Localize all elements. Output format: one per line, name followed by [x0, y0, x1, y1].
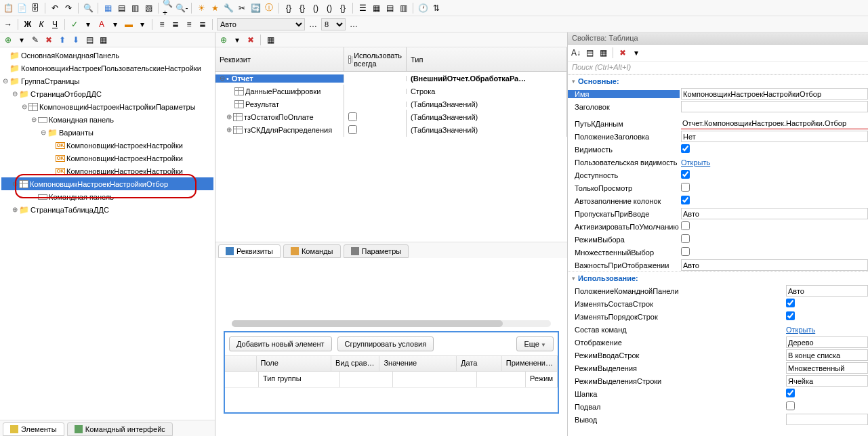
star-icon[interactable]: ★	[209, 3, 220, 14]
sun-icon[interactable]: ☀	[196, 3, 207, 14]
name-input[interactable]	[681, 88, 868, 100]
tree-item[interactable]: ⊖КомпоновщикНастроекНастройкиПараметры	[1, 100, 213, 113]
align-right-icon[interactable]: ≡	[184, 19, 194, 30]
undo-icon[interactable]: ↶	[49, 3, 60, 14]
font-select[interactable]: Авто	[217, 18, 305, 30]
output-input[interactable]	[786, 414, 868, 425]
tab-commands[interactable]: Команды	[283, 244, 341, 258]
cmdpos-input[interactable]	[786, 285, 868, 297]
req-row[interactable]: ДанныеРасшифровки Строка	[215, 85, 567, 97]
clock-icon[interactable]: 🕐	[417, 3, 428, 14]
bracket4-icon[interactable]: ()	[324, 3, 335, 14]
tree-icon[interactable]: ▤	[84, 35, 95, 45]
tab-elements[interactable]: Элементы	[3, 422, 64, 436]
layout1-icon[interactable]: ▤	[116, 3, 127, 14]
readonly-check[interactable]	[681, 183, 690, 192]
footer-check[interactable]	[786, 401, 795, 410]
rowsel-input[interactable]	[786, 375, 868, 387]
win-icon[interactable]: ▦	[102, 3, 113, 14]
header-check[interactable]	[786, 389, 795, 397]
down-icon[interactable]: ▾	[16, 35, 27, 45]
selmode-input[interactable]	[786, 362, 868, 374]
color-icon[interactable]: A	[96, 19, 107, 30]
use-always-check[interactable]	[348, 125, 357, 134]
tab-requisites[interactable]: Реквизиты	[218, 244, 281, 258]
access-check[interactable]	[681, 170, 690, 179]
req-row[interactable]: ⊕тзСКДдляРаспределения (ТаблицаЗначений)	[215, 123, 567, 136]
importance-input[interactable]	[681, 259, 868, 271]
changerows-check[interactable]	[786, 299, 795, 307]
req-row[interactable]: ⊖•Отчет (ВнешнийОтчет.ОбработкаРа…	[215, 72, 567, 85]
italic-icon[interactable]: К	[36, 19, 47, 30]
props-search[interactable]: Поиск (Ctrl+Alt+I)	[568, 61, 868, 74]
copy-icon[interactable]: 📋	[3, 3, 14, 14]
check-icon[interactable]: ✓	[69, 19, 80, 30]
path-input[interactable]	[681, 118, 868, 129]
add-sub-icon[interactable]: ▾	[232, 35, 243, 45]
db-icon[interactable]: 🗄	[30, 3, 41, 14]
changeorder-check[interactable]	[786, 311, 795, 320]
section-main[interactable]: Основные:	[568, 74, 868, 87]
underline-icon[interactable]: Ч	[49, 19, 60, 30]
edit-icon[interactable]: ✎	[30, 35, 41, 45]
layout2-icon[interactable]: ▥	[129, 3, 140, 14]
align-just-icon[interactable]: ≣	[197, 19, 208, 30]
tree-item[interactable]: OKКомпоновщикНастроекНастройки	[1, 165, 213, 177]
filter-icon[interactable]: ▦	[598, 47, 608, 58]
add-element-button[interactable]: Добавить новый элемент	[229, 336, 332, 351]
add-req-icon[interactable]: ⊕	[218, 35, 229, 45]
zoom-in-icon[interactable]: 🔍+	[163, 3, 173, 14]
ellipsis1-icon[interactable]: …	[308, 19, 318, 30]
tree-item[interactable]: ⊖📁Варианты	[1, 126, 213, 139]
align-center-icon[interactable]: ≣	[170, 19, 181, 30]
code2-icon[interactable]: ▦	[371, 3, 381, 14]
chevron-down-icon[interactable]: ▾	[631, 47, 642, 58]
code4-icon[interactable]: ▥	[398, 3, 409, 14]
tab-cmd-interface[interactable]: Командный интерфейс	[67, 422, 173, 436]
title-input[interactable]	[681, 101, 868, 112]
delete-icon[interactable]: ✖	[43, 35, 54, 45]
col-icon[interactable]: ▦	[265, 35, 276, 45]
size-select[interactable]: 8	[321, 18, 346, 30]
wrench-icon[interactable]: 🔧	[223, 3, 234, 14]
dropdown1-icon[interactable]: ▾	[83, 19, 94, 30]
code3-icon[interactable]: ▤	[384, 3, 395, 14]
tree-item[interactable]: ⊖Командная панель	[1, 113, 213, 126]
selmode-check[interactable]	[681, 234, 690, 243]
align-left-icon[interactable]: ≡	[157, 19, 167, 30]
uservis-link[interactable]: Открыть	[681, 158, 710, 167]
req-row[interactable]: Результат (ТаблицаЗначений)	[215, 97, 567, 110]
bracket3-icon[interactable]: ()	[310, 3, 321, 14]
tree-item[interactable]: OKКомпоновщикНастроекНастройки	[1, 152, 213, 165]
move-down-icon[interactable]: ⬇	[70, 35, 81, 45]
tree2-icon[interactable]: ▦	[98, 35, 108, 45]
more-button[interactable]: Еще	[516, 336, 554, 351]
add-icon[interactable]: ⊕	[3, 35, 14, 45]
skip-input[interactable]	[681, 208, 868, 219]
activate-check[interactable]	[681, 221, 690, 230]
highlight-icon[interactable]: ▬	[123, 19, 134, 30]
cat-icon[interactable]: ▤	[584, 47, 595, 58]
move-up-icon[interactable]: ⬆	[57, 35, 68, 45]
sort-az-icon[interactable]: A↓	[571, 47, 581, 58]
tree-item[interactable]: ⊕📁СтраницаТаблицаДДС	[1, 203, 213, 216]
titlepos-input[interactable]	[681, 131, 868, 142]
tree-item[interactable]: ⊖📁СтраницаОтборДДС	[1, 87, 213, 100]
h-scrollbar[interactable]	[232, 320, 551, 327]
close-icon[interactable]: ✖	[617, 47, 628, 58]
layout3-icon[interactable]: ▧	[143, 3, 154, 14]
bracket5-icon[interactable]: {}	[337, 3, 348, 14]
del-req-icon[interactable]: ✖	[245, 35, 256, 45]
multisel-check[interactable]	[681, 247, 690, 256]
redo-icon[interactable]: ↷	[63, 3, 74, 14]
tree-item[interactable]: Командная панель	[1, 190, 213, 203]
tree-item[interactable]: 📁ОсновнаяКоманднаяПанель	[1, 49, 213, 62]
req-row[interactable]: ⊕тзОстатокПоОплате (ТаблицаЗначений)	[215, 110, 567, 123]
code1-icon[interactable]: ☰	[357, 3, 368, 14]
dropdown2-icon[interactable]: ▾	[110, 19, 121, 30]
bracket2-icon[interactable]: {}	[297, 3, 308, 14]
section-usage[interactable]: Использование:	[568, 271, 868, 284]
find-icon[interactable]: 🔍	[83, 3, 94, 14]
tree-item-selected[interactable]: ⊖КомпоновщикНастроекНастройкиОтбор	[1, 177, 213, 190]
refresh-icon[interactable]: 🔄	[250, 3, 261, 14]
